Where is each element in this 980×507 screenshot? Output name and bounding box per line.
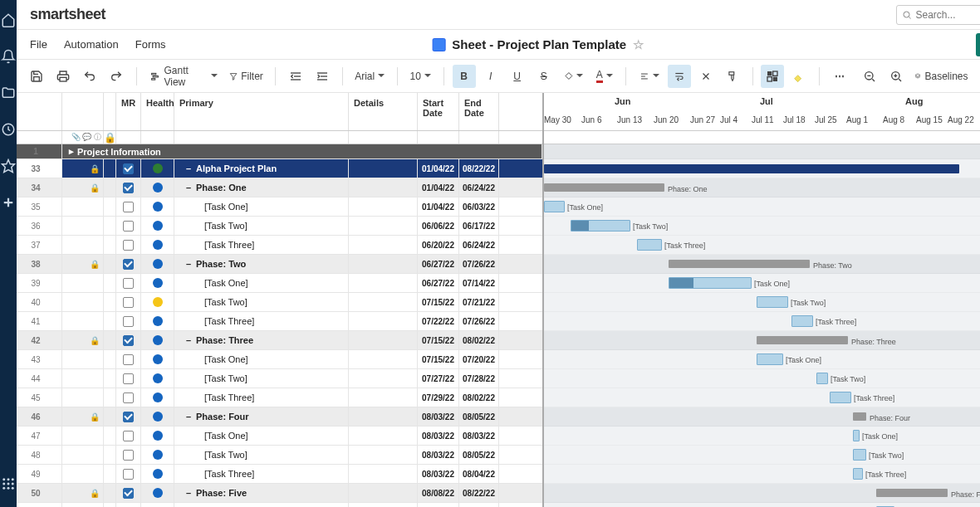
favorite-star-icon[interactable]: ☆: [633, 37, 644, 52]
checkbox[interactable]: [123, 431, 134, 441]
gantt-bar[interactable]: [Task Two]: [816, 373, 828, 384]
view-dropdown[interactable]: Gantt View: [145, 65, 223, 88]
folder-icon[interactable]: [0, 85, 17, 101]
table-row[interactable]: 48[Task Two]08/03/2208/05/22: [17, 446, 542, 465]
undo-icon[interactable]: [78, 65, 101, 88]
gantt-bar[interactable]: [Task Three]: [830, 392, 851, 403]
format-painter-icon[interactable]: [721, 65, 744, 88]
table-row[interactable]: 34🔒–Phase: One01/04/2206/24/22: [17, 178, 542, 197]
baselines-button[interactable]: Baselines: [911, 65, 971, 88]
expand-toggle[interactable]: –: [184, 259, 193, 269]
expand-toggle[interactable]: –: [184, 335, 193, 345]
gantt-bar[interactable]: Phase: One: [544, 183, 664, 192]
gantt-bar[interactable]: [Task Three]: [853, 468, 863, 480]
table-row[interactable]: 40[Task Two]07/15/2207/21/22: [17, 293, 542, 312]
redo-icon[interactable]: [105, 65, 128, 88]
wrap-button[interactable]: [668, 65, 691, 88]
table-row[interactable]: 51[Task One]08/08/2208/11/22: [17, 503, 542, 507]
checkbox[interactable]: [123, 450, 134, 461]
outdent-icon[interactable]: [284, 65, 307, 88]
col-primary[interactable]: Primary: [174, 93, 349, 130]
more-icon[interactable]: ⋯: [828, 65, 851, 88]
checkbox[interactable]: [123, 278, 134, 289]
gantt-bar[interactable]: Phase: Five: [876, 489, 948, 497]
table-row[interactable]: 49[Task Three]08/03/2208/04/22: [17, 465, 542, 484]
checkbox[interactable]: [123, 259, 134, 270]
checkbox[interactable]: [123, 354, 134, 365]
highlight-icon[interactable]: [787, 65, 811, 88]
col-start[interactable]: Start Date: [418, 93, 459, 130]
critical-path-icon[interactable]: [974, 65, 980, 88]
underline-button[interactable]: U: [506, 65, 529, 88]
save-icon[interactable]: [25, 65, 48, 88]
zoom-out-icon[interactable]: [858, 65, 881, 88]
table-row[interactable]: 41[Task Three]07/22/2207/26/22: [17, 312, 542, 331]
gantt-bar[interactable]: [Task Two]: [853, 449, 866, 461]
checkbox[interactable]: [123, 221, 134, 232]
gantt-bar[interactable]: [Task One]: [669, 277, 752, 289]
menu-automation[interactable]: Automation: [64, 38, 119, 51]
fontsize-dropdown[interactable]: 10: [406, 65, 435, 88]
plus-icon[interactable]: [0, 194, 17, 211]
search-input[interactable]: [915, 9, 980, 21]
table-row[interactable]: 45[Task Three]07/29/2208/02/22: [17, 388, 542, 407]
table-row[interactable]: 42🔒–Phase: Three07/15/2208/02/22: [17, 331, 542, 350]
expand-toggle[interactable]: –: [184, 412, 193, 422]
table-row[interactable]: 37[Task Three]06/20/2206/24/22: [17, 236, 542, 255]
gantt-bar[interactable]: [Task One]: [544, 201, 565, 212]
gantt-bar[interactable]: Phase: Four: [853, 412, 866, 421]
table-row[interactable]: 36[Task Two]06/06/2206/17/22: [17, 217, 542, 236]
checkbox[interactable]: [123, 316, 134, 327]
gantt-bar[interactable]: Phase: Three: [757, 336, 848, 344]
italic-button[interactable]: I: [479, 65, 502, 88]
col-health[interactable]: Health: [141, 93, 174, 130]
checkbox[interactable]: [123, 373, 134, 384]
gantt-bar[interactable]: [Task Three]: [637, 239, 662, 251]
indent-icon[interactable]: [311, 65, 334, 88]
text-color-button[interactable]: A: [591, 65, 616, 88]
apps-grid-icon[interactable]: [0, 475, 17, 492]
bold-button[interactable]: B: [453, 65, 476, 88]
table-row[interactable]: 35[Task One]01/04/2206/03/22: [17, 197, 542, 217]
checkbox[interactable]: [123, 412, 134, 422]
gantt-bar[interactable]: Phase: Two: [669, 260, 810, 268]
expand-toggle[interactable]: –: [184, 183, 193, 193]
table-row[interactable]: 39[Task One]06/27/2207/14/22: [17, 274, 542, 293]
table-row[interactable]: 50🔒–Phase: Five08/08/2208/22/22: [17, 484, 542, 503]
checkbox[interactable]: [123, 297, 134, 308]
table-row[interactable]: 47[Task One]08/03/2208/03/22: [17, 427, 542, 446]
global-search[interactable]: [896, 5, 980, 25]
bell-icon[interactable]: [0, 48, 17, 65]
gantt-bar[interactable]: [Task One]: [853, 430, 860, 441]
filter-button[interactable]: Filter: [226, 65, 267, 88]
menu-forms[interactable]: Forms: [135, 38, 166, 51]
expand-toggle[interactable]: –: [184, 488, 193, 498]
fill-color-button[interactable]: [559, 65, 589, 88]
print-icon[interactable]: [51, 65, 75, 88]
h-align-button[interactable]: [635, 65, 664, 88]
share-button[interactable]: Share: [976, 33, 980, 56]
gantt-bar[interactable]: [544, 164, 959, 173]
table-row[interactable]: 1▸Project Information: [17, 144, 542, 159]
clear-format-icon[interactable]: [694, 65, 718, 88]
gantt-bar[interactable]: [Task Three]: [791, 315, 813, 327]
table-row[interactable]: 43[Task One]07/15/2207/20/22: [17, 350, 542, 369]
checkbox[interactable]: [123, 240, 134, 251]
font-dropdown[interactable]: Arial: [351, 65, 389, 88]
conditional-format-icon[interactable]: [761, 65, 784, 88]
checkbox[interactable]: [123, 392, 134, 403]
gantt-bar[interactable]: [Task Two]: [757, 296, 788, 308]
checkbox[interactable]: [123, 469, 134, 480]
gantt-bar[interactable]: [Task One]: [757, 353, 783, 365]
zoom-in-icon[interactable]: [884, 65, 908, 88]
strike-button[interactable]: S: [532, 65, 556, 88]
table-row[interactable]: 46🔒–Phase: Four08/03/2208/05/22: [17, 407, 542, 427]
col-mr[interactable]: MR: [116, 93, 141, 130]
home-icon[interactable]: [0, 12, 17, 28]
checkbox[interactable]: [123, 335, 134, 346]
table-row[interactable]: 44[Task Two]07/27/2207/28/22: [17, 369, 542, 388]
checkbox[interactable]: [123, 202, 134, 212]
table-row[interactable]: 33🔒–Alpha Project Plan01/04/2208/22/22: [17, 159, 542, 178]
gantt-bar[interactable]: [Task Two]: [571, 220, 630, 232]
checkbox[interactable]: [123, 163, 134, 174]
